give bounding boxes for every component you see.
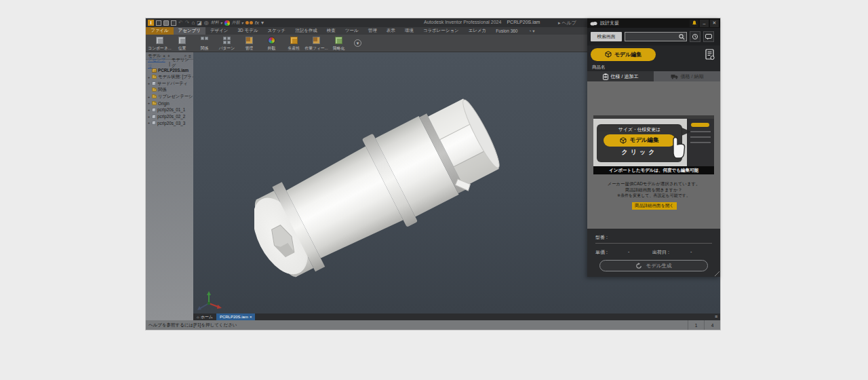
- unit-price-value: -: [628, 249, 629, 254]
- tab-elecmech[interactable]: エレメカ: [464, 27, 492, 35]
- tab-collaboration[interactable]: コラボレーション: [418, 27, 464, 35]
- occurrence-count-1: 1: [688, 320, 704, 330]
- qat-dropdown-icon[interactable]: ▾: [261, 20, 264, 26]
- tab-assembly[interactable]: アセンブリ: [174, 27, 205, 35]
- close-button[interactable]: ✕: [710, 20, 719, 27]
- tree-item-part-2[interactable]: +pcrlp20s_02_2: [147, 113, 193, 120]
- tab-manage[interactable]: 管理: [363, 27, 382, 35]
- tab-environments[interactable]: 環境: [400, 27, 418, 35]
- tab-list-icon[interactable]: ≡: [715, 315, 717, 319]
- tab-sketch[interactable]: スケッチ: [263, 27, 291, 35]
- measure-icon[interactable]: ◎: [204, 20, 209, 26]
- tree-item-origin[interactable]: +Origin: [147, 100, 193, 107]
- productivity-button[interactable]: 生産性: [283, 35, 305, 52]
- appearance-button[interactable]: 外観: [260, 35, 283, 52]
- window-title: Autodesk Inventor Professional 2024PCRLP…: [424, 20, 540, 24]
- document-tab-active[interactable]: PCRLP20S.iam×: [216, 314, 256, 320]
- relationships-button[interactable]: 関係: [193, 35, 216, 52]
- save-icon[interactable]: [171, 20, 176, 26]
- tab-design[interactable]: デザイン: [205, 27, 233, 35]
- expander-icon[interactable]: +: [147, 81, 151, 86]
- parameters-fx-icon[interactable]: fx: [255, 20, 259, 26]
- inventor-logo-icon[interactable]: I: [148, 20, 154, 26]
- history-button[interactable]: [690, 31, 701, 42]
- simplify-button[interactable]: 簡略化: [328, 35, 350, 52]
- work-features-button[interactable]: 作業フィー...: [305, 35, 328, 52]
- expander-icon[interactable]: +: [147, 108, 151, 112]
- tree-item-relationships[interactable]: 関係: [147, 87, 193, 94]
- place-component-button[interactable]: コンポーネ...: [149, 35, 171, 52]
- axis-triad-icon[interactable]: [195, 290, 225, 313]
- comment-icon: [705, 34, 712, 40]
- manage-button[interactable]: 管理: [238, 35, 260, 52]
- tab-price-delivery[interactable]: 価格 / 納期: [654, 71, 720, 81]
- tree-item-third-party[interactable]: +サードパーティ: [147, 80, 193, 87]
- open-file-icon[interactable]: [163, 20, 169, 26]
- tab-spec-machining[interactable]: 仕様 / 追加工: [587, 71, 654, 81]
- tab-annotate[interactable]: 注記を作成: [290, 27, 322, 35]
- banner-lead-text: サイズ・仕様変更は: [597, 126, 682, 133]
- link-divider: |: [169, 61, 170, 66]
- tree-item-representations[interactable]: +リプレゼンテーション: [147, 94, 193, 100]
- design-support-panel: 設計支援 – ✕ 検索画面: [587, 18, 720, 277]
- banner-model-edit-pill: モデル編集: [604, 134, 675, 147]
- folder-icon: [152, 75, 157, 79]
- minimize-button[interactable]: –: [700, 20, 709, 27]
- help-menu[interactable]: ▸ ヘルプ: [558, 20, 576, 26]
- cloud-menu-icon[interactable]: ◔ ▾: [524, 27, 540, 35]
- expander-icon[interactable]: +: [147, 95, 151, 99]
- sketch-icon[interactable]: ◪: [197, 20, 202, 26]
- pattern-button[interactable]: パターン: [216, 35, 238, 52]
- tab-3dmodel[interactable]: 3D モデル: [233, 27, 262, 35]
- 3d-plug-model[interactable]: [254, 78, 505, 282]
- open-product-detail-button[interactable]: 商品詳細画面を開く: [632, 202, 677, 210]
- history-clock-icon: [692, 33, 698, 40]
- adjust-icons[interactable]: [245, 21, 253, 24]
- tutorial-banner[interactable]: サイズ・仕様変更は モデル編集 クリック: [593, 115, 714, 174]
- home-tab[interactable]: ⌂ホーム: [193, 314, 216, 320]
- tab-fusion360[interactable]: Fusion 360: [491, 27, 522, 35]
- expander-icon[interactable]: +: [147, 121, 151, 125]
- tab-view[interactable]: 表示: [382, 27, 400, 35]
- position-button[interactable]: 位置: [171, 35, 193, 52]
- folder-icon: [152, 102, 157, 105]
- tab-file[interactable]: ファイル: [146, 27, 174, 35]
- feedback-button[interactable]: [703, 31, 714, 42]
- edit-cube-icon: [605, 51, 612, 58]
- material-combo[interactable]: 材料 ▾: [211, 20, 222, 26]
- browser-add-icon[interactable]: +: [167, 54, 170, 58]
- redo-icon[interactable]: ↷: [185, 20, 190, 26]
- banner-decoration: [690, 131, 711, 132]
- tree-item-model-states[interactable]: +モデル状態: [プライマリ]: [147, 74, 193, 81]
- refresh-icon: [635, 263, 642, 269]
- tree-root-assembly[interactable]: PCRLP20S.iam: [147, 67, 193, 74]
- document-tab-strip: ⌂ホーム PCRLP20S.iam× ≡: [193, 314, 720, 320]
- new-file-icon[interactable]: [156, 20, 161, 26]
- tree-item-part-3[interactable]: +pcrlp20s_03_3: [147, 120, 193, 127]
- search-input[interactable]: [625, 32, 687, 41]
- expander-icon[interactable]: +: [147, 101, 151, 105]
- tab-inspect[interactable]: 検査: [322, 27, 340, 35]
- ribbon-collapse-icon[interactable]: ▼: [354, 39, 361, 47]
- magnifier-icon: [679, 34, 685, 40]
- clipboard-icon: [603, 73, 608, 80]
- truck-icon: [671, 74, 678, 79]
- notification-bell-icon[interactable]: [690, 20, 698, 27]
- tab-tools[interactable]: ツール: [340, 27, 363, 35]
- home-view-icon[interactable]: ⌂: [191, 20, 195, 26]
- tree-item-part-1[interactable]: +pcrlp20s_01_1: [147, 107, 193, 113]
- link-modeling[interactable]: モデリング: [172, 57, 191, 69]
- appearance-combo[interactable]: 外観 ▾: [232, 20, 243, 26]
- search-screen-button[interactable]: 検索画面: [591, 32, 622, 41]
- banner-decoration: [691, 123, 709, 127]
- doc-close-icon[interactable]: ×: [250, 315, 252, 319]
- quote-sheet-icon[interactable]: [705, 49, 715, 60]
- model-edit-button[interactable]: モデル編集: [591, 48, 656, 61]
- link-assembly[interactable]: アセンブリ: [148, 57, 167, 69]
- undo-icon[interactable]: ↶: [178, 20, 183, 26]
- resize-grip[interactable]: [715, 271, 719, 276]
- generate-model-button[interactable]: モデル生成: [599, 260, 708, 271]
- quick-access-toolbar: I ↶ ↷ ⌂ ◪ ◎ 材料 ▾ 外観 ▾ fx ▾: [146, 18, 264, 27]
- expander-icon[interactable]: +: [147, 115, 151, 119]
- expander-icon[interactable]: +: [147, 75, 151, 79]
